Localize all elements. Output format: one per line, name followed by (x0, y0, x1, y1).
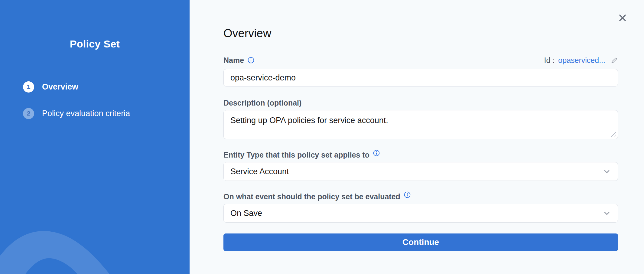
info-icon[interactable] (373, 150, 380, 156)
description-label: Description (optional) (223, 98, 301, 108)
step-overview[interactable]: 1 Overview (23, 81, 130, 93)
event-select[interactable]: On Save (223, 204, 618, 223)
page-title: Overview (223, 25, 618, 41)
id-value-link[interactable]: opaserviced... (558, 56, 605, 65)
continue-button[interactable]: Continue (223, 233, 618, 251)
step-1-label: Overview (42, 82, 78, 92)
entity-type-select[interactable]: Service Account (223, 162, 618, 181)
event-label-row: On what event should the policy set be e… (223, 192, 618, 201)
entity-type-value: Service Account (230, 167, 289, 176)
name-label: Name (223, 55, 244, 65)
wizard-steps: 1 Overview 2 Policy evaluation criteria (23, 81, 130, 119)
description-field-wrap: Setting up OPA policies for service acco… (223, 110, 618, 139)
close-icon (618, 13, 627, 22)
event-value: On Save (230, 209, 262, 218)
entity-id-group: Id : opaserviced... (544, 56, 618, 65)
step-2-badge: 2 (23, 108, 34, 119)
step-1-badge: 1 (23, 81, 34, 93)
info-icon[interactable] (248, 57, 254, 64)
name-input[interactable] (223, 69, 618, 86)
name-label-row: Name Id : opaserviced... (223, 55, 618, 65)
step-2-label: Policy evaluation criteria (42, 109, 130, 118)
description-textarea[interactable]: Setting up OPA policies for service acco… (223, 110, 618, 139)
event-label: On what event should the policy set be e… (223, 192, 400, 201)
description-label-row: Description (optional) (223, 98, 618, 108)
pencil-icon[interactable] (611, 57, 618, 64)
overview-step-panel: Overview Name Id : opaserviced... (190, 0, 644, 274)
chevron-down-icon (603, 167, 611, 176)
policy-set-wizard: Policy Set 1 Overview 2 Policy evaluatio… (0, 0, 644, 274)
info-icon[interactable] (404, 191, 411, 198)
close-button[interactable] (617, 13, 628, 23)
id-prefix: Id : (544, 56, 555, 65)
entity-type-label: Entity Type that this policy set applies… (223, 150, 369, 160)
chevron-down-icon (603, 209, 611, 217)
wizard-sidebar: Policy Set 1 Overview 2 Policy evaluatio… (0, 0, 190, 274)
wizard-title: Policy Set (0, 38, 190, 50)
step-policy-evaluation-criteria[interactable]: 2 Policy evaluation criteria (23, 108, 130, 119)
entity-type-label-row: Entity Type that this policy set applies… (223, 150, 618, 160)
